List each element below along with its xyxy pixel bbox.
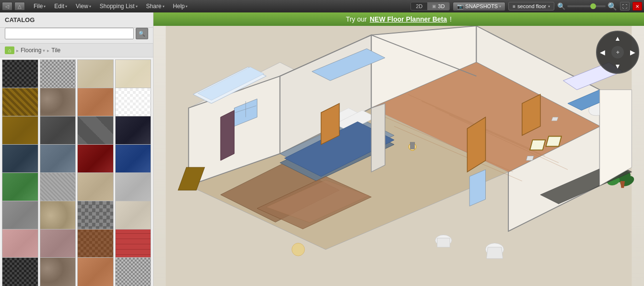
close-button[interactable]: ✕ — [632, 2, 642, 11]
nav-down-button[interactable]: ▼ — [614, 62, 621, 70]
menu-file[interactable]: File ▾ — [30, 2, 49, 11]
3d-icon: ▣ — [432, 4, 436, 9]
search-input[interactable] — [5, 28, 134, 39]
zoom-thumb[interactable] — [590, 3, 596, 9]
promo-suffix: ! — [450, 15, 452, 23]
left-panel: CATALOG 🔍 ⌂ ▸ Flooring ▾ ▸ Tile — [0, 12, 153, 286]
zoom-in-icon[interactable]: 🔍 — [608, 2, 617, 11]
snapshots-arrow-icon: ▾ — [499, 4, 501, 9]
home-icon: ⌂ — [8, 47, 12, 53]
breadcrumb-arrow-1: ▸ — [16, 48, 19, 53]
menu-help[interactable]: Help ▾ — [169, 2, 192, 11]
svg-point-57 — [292, 243, 305, 256]
svg-rect-45 — [526, 156, 534, 161]
promo-link[interactable]: NEW Floor Planner Beta — [370, 15, 447, 23]
room-view — [153, 26, 644, 286]
camera-icon: 📷 — [457, 3, 464, 10]
breadcrumb-tile[interactable]: Tile — [51, 47, 60, 54]
zoom-out-icon[interactable]: 🔍 — [557, 2, 565, 10]
menu-shopping-list[interactable]: Shopping List ▾ — [96, 2, 141, 11]
svg-marker-28 — [221, 110, 234, 160]
breadcrumb-arrow-2: ▸ — [47, 48, 49, 53]
floor-plan-svg — [153, 26, 644, 286]
menu-view[interactable]: View ▾ — [72, 2, 95, 11]
breadcrumb-nav: ⌂ ▸ Flooring ▾ ▸ Tile — [0, 44, 153, 57]
search-button[interactable]: 🔍 — [136, 28, 148, 39]
menubar-right: 2D ▣ 3D 📷 SNAPSHOTS ▾ ≡ second floor ▾ 🔍… — [410, 2, 642, 11]
breadcrumb-home[interactable]: ⌂ — [5, 46, 14, 54]
zoom-control: 🔍 🔍 — [557, 2, 617, 11]
nav-up-button[interactable]: ▲ — [614, 34, 621, 42]
svg-rect-30 — [410, 142, 415, 149]
floor-selector[interactable]: ≡ second floor ▾ — [508, 2, 554, 11]
floor-arrow-icon: ▾ — [548, 4, 550, 9]
main-layout: CATALOG 🔍 ⌂ ▸ Flooring ▾ ▸ Tile — [0, 12, 644, 286]
nav-right-button[interactable]: ▶ — [630, 48, 635, 56]
tile-item[interactable] — [2, 257, 38, 286]
help-arrow-icon: ▾ — [186, 4, 187, 9]
shopping-arrow-icon: ▾ — [136, 4, 138, 9]
svg-marker-51 — [437, 238, 450, 247]
svg-rect-59 — [551, 117, 558, 121]
flooring-arrow-icon: ▾ — [43, 48, 45, 53]
fullscreen-icon: ⛶ — [622, 4, 627, 9]
logo-buttons: ◁ △ — [2, 2, 25, 11]
tile-item[interactable] — [115, 257, 152, 286]
tile-item[interactable] — [77, 257, 114, 286]
menubar: ◁ △ File ▾ Edit ▾ View ▾ Shopping List ▾… — [0, 0, 644, 12]
zoom-slider[interactable] — [567, 5, 606, 7]
tile-grid — [0, 57, 153, 286]
fullscreen-button[interactable]: ⛶ — [620, 2, 630, 11]
svg-marker-49 — [486, 247, 503, 259]
floor-layers-icon: ≡ — [513, 4, 515, 9]
promo-text: Try our — [346, 15, 367, 23]
view-toggle: 2D ▣ 3D — [410, 2, 450, 11]
svg-marker-56 — [371, 103, 385, 172]
back-button[interactable]: ◁ — [2, 2, 12, 11]
nav-center[interactable]: ✛ — [611, 46, 624, 58]
home-button[interactable]: △ — [14, 2, 25, 11]
nav-wheel: ▲ ◀ ▶ ▼ ✛ — [596, 31, 639, 74]
svg-rect-31 — [530, 140, 545, 150]
search-icon: 🔍 — [139, 31, 145, 37]
share-arrow-icon: ▾ — [163, 4, 164, 9]
view-2d-button[interactable]: 2D — [411, 2, 427, 10]
promo-banner: Try our NEW Floor Planner Beta ! — [153, 12, 644, 26]
menu-edit[interactable]: Edit ▾ — [50, 2, 71, 11]
view-arrow-icon: ▾ — [89, 4, 91, 9]
breadcrumb-flooring[interactable]: Flooring ▾ — [21, 47, 45, 54]
snapshots-button[interactable]: 📷 SNAPSHOTS ▾ — [453, 2, 505, 11]
view-3d-button[interactable]: ▣ 3D — [427, 2, 449, 10]
menu-share[interactable]: Share ▾ — [142, 2, 168, 11]
catalog-title: CATALOG — [5, 16, 35, 23]
close-icon: ✕ — [635, 4, 639, 9]
file-arrow-icon: ▾ — [44, 4, 46, 9]
edit-arrow-icon: ▾ — [65, 4, 67, 9]
search-box: 🔍 — [0, 28, 153, 44]
nav-left-button[interactable]: ◀ — [600, 48, 605, 56]
tile-item[interactable] — [40, 257, 76, 286]
right-panel: Try our NEW Floor Planner Beta ! — [153, 12, 644, 286]
nav-circle: ▲ ◀ ▶ ▼ ✛ — [596, 31, 639, 74]
nav-center-icon: ✛ — [616, 50, 620, 55]
svg-rect-32 — [546, 137, 561, 147]
catalog-header: CATALOG — [0, 12, 153, 28]
